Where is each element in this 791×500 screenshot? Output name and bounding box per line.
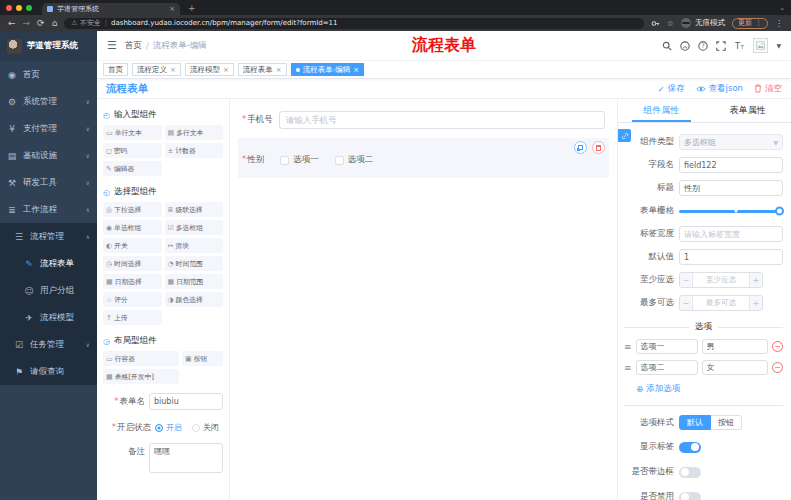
browser-tab[interactable]: 芋道管理系统 × [42,3,180,15]
palette-item-row-container[interactable]: ▭行容器 [103,351,179,366]
form-remark-textarea[interactable]: 嘿嘿 [149,443,223,473]
tag-process-form[interactable]: 流程表单× [238,63,287,76]
link-badge-button[interactable] [618,129,631,142]
minus-icon[interactable]: − [680,296,693,310]
docs-help-icon[interactable]: ? [698,41,708,51]
palette-item-table[interactable]: ▦表格[开发中] [103,369,179,384]
palette-item-editor[interactable]: ✎编辑器 [103,161,162,176]
tag-home[interactable]: 首页 [103,63,128,76]
component-type-select[interactable]: 多选框组 ▼ [679,134,783,150]
add-option-button[interactable]: ⊕ 添加选项 [636,383,783,395]
tab-component-props[interactable]: 组件属性 [618,99,705,122]
drag-handle-icon[interactable]: ≡ [624,363,632,373]
close-window-button[interactable] [6,5,12,11]
avatar-caret-icon[interactable]: ▼ [776,42,781,49]
sidebar-item-process-form[interactable]: ✎ 流程表单 [0,250,97,277]
clear-button[interactable]: 清空 [754,83,782,95]
remove-option-icon[interactable]: − [772,362,783,373]
password-key-icon[interactable] [651,19,660,28]
canvas-field-gender-selected[interactable]: *性别 选项一 选项二 [238,138,609,178]
reload-icon[interactable]: ⟳ [37,19,45,28]
window-controls[interactable] [6,5,32,11]
status-off-radio[interactable]: 关闭 [192,422,219,433]
home-icon[interactable]: ⌂ [52,19,58,28]
minimize-window-button[interactable] [16,5,22,11]
default-value-input[interactable] [679,249,783,265]
option-1-name-input[interactable] [636,339,698,354]
max-select-stepper[interactable]: − 最多可选 + [679,295,763,311]
fullscreen-icon[interactable] [716,41,726,51]
breadcrumb-home[interactable]: 首页 [125,40,142,52]
sidebar-item-payment[interactable]: ¥ 支付管理 ∨ [0,115,97,142]
new-tab-button[interactable]: + [188,3,196,13]
tab-close-icon[interactable]: × [169,5,175,13]
maximize-window-button[interactable] [26,5,32,11]
palette-item-select[interactable]: ◎下拉选择 [103,202,162,217]
view-json-button[interactable]: 查看json [696,83,743,95]
github-icon[interactable] [680,41,690,51]
border-toggle[interactable] [679,467,701,478]
palette-item-date-range[interactable]: ▦日期范围 [165,274,224,289]
sidebar-item-leave-query[interactable]: ⚑ 请假查询 [0,358,97,385]
option-1-value-input[interactable] [702,339,768,354]
palette-item-time-picker[interactable]: ◷时间选择 [103,256,162,271]
grid-slider[interactable] [679,203,783,219]
field-name-input[interactable] [679,157,783,173]
close-icon[interactable]: × [223,66,229,74]
tab-search-caret-icon[interactable]: ⌄ [779,4,785,12]
sidebar-item-user-group[interactable]: ☺ 用户分组 [0,277,97,304]
plus-icon[interactable]: + [749,273,762,287]
search-icon[interactable] [662,41,672,51]
status-on-radio[interactable]: 开启 [155,422,182,433]
update-chip-button[interactable]: 更新 ⋮ [732,18,768,29]
sidebar-item-process-model[interactable]: ✈ 流程模型 [0,304,97,331]
phone-input[interactable] [279,111,605,129]
font-size-icon[interactable]: TT [734,41,745,51]
show-label-toggle[interactable] [679,442,701,453]
sidebar-item-process-mgmt[interactable]: ☰ 流程管理 ∧ [0,223,97,250]
min-select-stepper[interactable]: − 至少应选 + [679,272,763,288]
form-canvas[interactable]: *手机号 *性别 选项一 选项二 [230,99,617,500]
tag-process-form-edit[interactable]: 流程表单-编辑× [291,63,365,76]
palette-item-counter[interactable]: ±计数器 [165,143,224,158]
palette-item-cascader[interactable]: ≣级联选择 [165,202,224,217]
disabled-toggle[interactable] [679,492,701,500]
save-button[interactable]: ✓ 保存 [657,83,684,95]
option-2-value-input[interactable] [702,360,768,375]
palette-item-single-text[interactable]: ▭单行文本 [103,125,162,140]
palette-item-slider[interactable]: ↔滑块 [165,238,224,253]
forward-icon[interactable]: → [23,19,31,28]
tab-form-props[interactable]: 表单属性 [705,99,791,122]
sidebar-item-system[interactable]: ⚙ 系统管理 ∨ [0,88,97,115]
form-name-input[interactable] [149,393,223,410]
security-warning[interactable]: ⚠ 不安全 [71,18,100,28]
minus-icon[interactable]: − [680,273,693,287]
sidebar-item-infra[interactable]: ▤ 基础设施 ∨ [0,142,97,169]
palette-item-color-picker[interactable]: ◑颜色选择 [165,292,224,307]
close-icon[interactable]: × [276,66,282,74]
palette-item-multi-text[interactable]: ▤多行文本 [165,125,224,140]
style-button-button[interactable]: 按钮 [711,415,742,430]
palette-item-button[interactable]: ▣按钮 [182,351,223,366]
sidebar-item-devtools[interactable]: ⚒ 研发工具 ∨ [0,169,97,196]
delete-component-button[interactable] [592,141,605,154]
close-icon[interactable]: × [170,66,176,74]
palette-item-radio-group[interactable]: ◉单选框组 [103,220,162,235]
sidebar-item-workflow[interactable]: ≣ 工作流程 ∧ [0,196,97,223]
palette-item-checkbox-group[interactable]: ☑多选框组 [165,220,224,235]
label-width-input[interactable] [679,226,783,242]
browser-menu-icon[interactable]: ⋮ [775,19,783,28]
palette-item-rate[interactable]: ☆评分 [103,292,162,307]
palette-item-switch[interactable]: ◐开关 [103,238,162,253]
sidebar-item-home[interactable]: ◉ 首页 [0,61,97,88]
copy-component-button[interactable] [574,141,587,154]
sidebar-item-task-mgmt[interactable]: ☑ 任务管理 ∨ [0,331,97,358]
close-icon[interactable]: × [353,66,359,74]
tag-process-model[interactable]: 流程模型× [185,63,234,76]
avatar[interactable] [753,38,768,53]
sidebar-logo[interactable]: 芋道管理系统 [0,31,97,61]
slider-handle[interactable] [775,207,784,216]
remove-option-icon[interactable]: − [772,341,783,352]
option-2-name-input[interactable] [636,360,698,375]
back-icon[interactable]: ← [8,19,16,28]
